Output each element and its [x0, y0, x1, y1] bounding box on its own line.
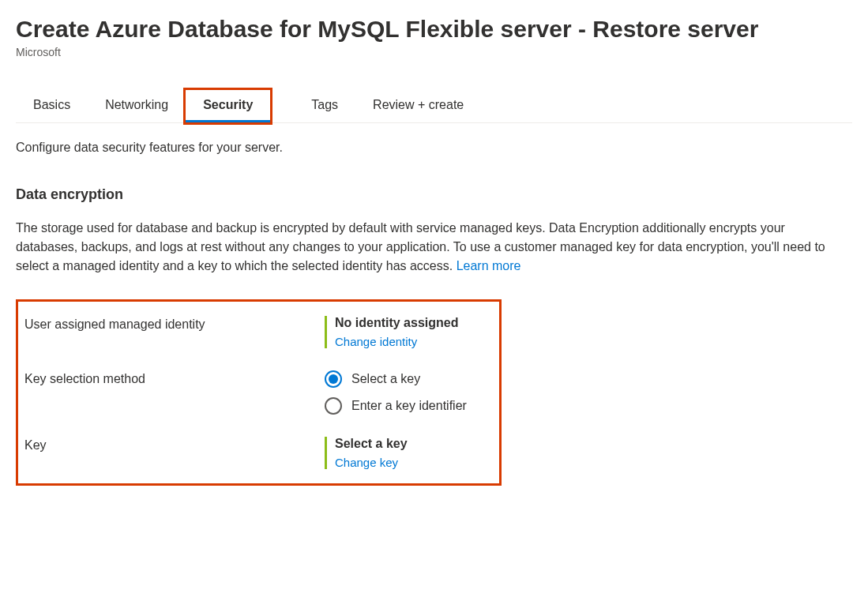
page-title: Create Azure Database for MySQL Flexible… — [16, 16, 852, 43]
learn-more-link[interactable]: Learn more — [457, 259, 521, 272]
label-key-method: Key selection method — [24, 370, 325, 386]
identity-value-group: No identity assigned Change identity — [325, 316, 487, 348]
radio-group-key-method: Select a key Enter a key identifier — [325, 370, 487, 415]
tab-basics[interactable]: Basics — [16, 90, 88, 122]
key-value: Select a key — [335, 437, 487, 451]
radio-icon — [325, 370, 342, 388]
tab-tags[interactable]: Tags — [294, 90, 355, 122]
label-key: Key — [24, 437, 325, 453]
tab-security[interactable]: Security — [186, 90, 270, 122]
radio-select-key[interactable]: Select a key — [325, 370, 487, 388]
radio-label-enter-key-id: Enter a key identifier — [351, 399, 467, 413]
tab-bar: Basics Networking Security Tags Review +… — [16, 90, 852, 123]
label-identity: User assigned managed identity — [24, 316, 325, 332]
form-row-key-method: Key selection method Select a key Enter … — [24, 370, 487, 415]
section-description: The storage used for database and backup… — [16, 219, 837, 276]
section-heading-data-encryption: Data encryption — [16, 186, 852, 203]
page-subtitle: Microsoft — [16, 46, 852, 58]
change-key-link[interactable]: Change key — [335, 456, 487, 469]
key-value-group: Select a key Change key — [325, 437, 487, 469]
radio-label-select-key: Select a key — [351, 372, 420, 386]
radio-icon — [325, 397, 342, 415]
highlight-box-form: User assigned managed identity No identi… — [16, 299, 502, 486]
change-identity-link[interactable]: Change identity — [335, 335, 487, 348]
form-row-key: Key Select a key Change key — [24, 437, 487, 469]
section-description-text: The storage used for database and backup… — [16, 221, 825, 272]
tab-networking[interactable]: Networking — [88, 90, 186, 122]
radio-enter-key-identifier[interactable]: Enter a key identifier — [325, 397, 487, 415]
intro-text: Configure data security features for you… — [16, 141, 852, 155]
tab-review-create[interactable]: Review + create — [355, 90, 481, 122]
identity-value: No identity assigned — [335, 316, 487, 330]
form-row-identity: User assigned managed identity No identi… — [24, 316, 487, 348]
radio-dot-icon — [329, 374, 338, 384]
